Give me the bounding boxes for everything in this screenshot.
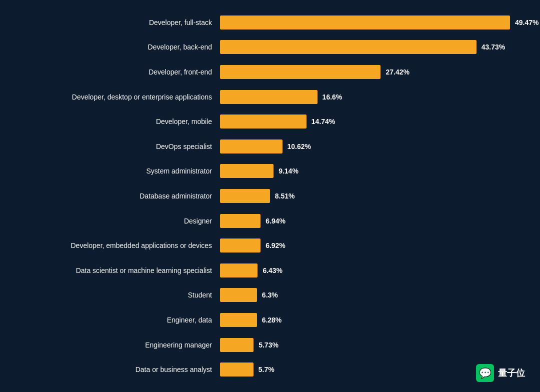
chart-row: Developer, embedded applications or devi… <box>10 235 520 256</box>
bar-area: 43.73% <box>220 40 520 54</box>
chart-row: Developer, mobile14.74% <box>10 111 520 132</box>
bar <box>220 214 260 228</box>
pct-label: 10.62% <box>288 142 311 150</box>
bar-area: 6.94% <box>220 214 520 228</box>
bar-area: 14.74% <box>220 114 520 128</box>
bar-label: Student <box>10 291 220 299</box>
chart-row: Developer, desktop or enterprise applica… <box>10 86 520 108</box>
bar-label: Developer, full-stack <box>10 18 220 26</box>
chart-row: DevOps specialist10.62% <box>10 136 520 157</box>
chart-row: Developer, front-end27.42% <box>10 62 520 82</box>
chart-row: Designer6.94% <box>10 210 520 232</box>
pct-label: 8.51% <box>275 192 295 200</box>
bar <box>220 65 380 79</box>
pct-label: 6.3% <box>262 291 278 299</box>
bar-label: Developer, front-end <box>10 68 220 76</box>
bar <box>220 16 510 30</box>
chart-row: Engineer, data6.28% <box>10 310 520 330</box>
chart-container: Developer, full-stack49.47%Developer, ba… <box>0 0 540 392</box>
chart-row: Data or business analyst5.7% <box>10 359 520 380</box>
watermark-text: 量子位 <box>498 367 525 379</box>
chart-row: Data scientist or machine learning speci… <box>10 260 520 281</box>
bar <box>220 264 258 278</box>
pct-label: 16.6% <box>322 93 342 101</box>
bar <box>220 189 270 203</box>
bar <box>220 238 260 252</box>
pct-label: 6.28% <box>262 316 282 324</box>
pct-label: 43.73% <box>482 43 505 51</box>
pct-label: 5.73% <box>258 341 278 349</box>
bar-area: 27.42% <box>220 65 520 79</box>
bar-label: Engineering manager <box>10 341 220 349</box>
chart-row: Developer, back-end43.73% <box>10 36 520 58</box>
pct-label: 9.14% <box>278 167 298 175</box>
bar-label: Data or business analyst <box>10 366 220 374</box>
bar-area: 16.6% <box>220 90 520 104</box>
watermark: 💬 量子位 <box>476 364 525 382</box>
bar <box>220 338 254 352</box>
pct-label: 5.7% <box>258 366 274 374</box>
bar-label: DevOps specialist <box>10 142 220 150</box>
bar-label: Developer, embedded applications or devi… <box>10 242 220 250</box>
bar-label: Database administrator <box>10 192 220 200</box>
bar-label: Engineer, data <box>10 316 220 324</box>
chart-row: Engineering manager5.73% <box>10 334 520 356</box>
bar <box>220 90 318 104</box>
bar <box>220 164 274 178</box>
chart-row: Student6.3% <box>10 284 520 306</box>
pct-label: 6.43% <box>262 266 282 274</box>
bar-label: Developer, desktop or enterprise applica… <box>10 93 220 101</box>
pct-label: 6.92% <box>266 242 286 250</box>
bar-label: Data scientist or machine learning speci… <box>10 266 220 274</box>
bar-label: Developer, mobile <box>10 118 220 126</box>
bar-area: 10.62% <box>220 140 520 154</box>
chart-row: System administrator9.14% <box>10 160 520 182</box>
chart-row: Developer, full-stack49.47% <box>10 12 520 33</box>
bar-label: Developer, back-end <box>10 43 220 51</box>
bar-label: System administrator <box>10 167 220 175</box>
bar <box>220 140 282 154</box>
bar-area: 6.92% <box>220 238 520 252</box>
bar-label: Designer <box>10 217 220 225</box>
bar-area: 5.7% <box>220 362 520 376</box>
chart-row: Database administrator8.51% <box>10 186 520 206</box>
bar <box>220 40 476 54</box>
bar-area: 5.73% <box>220 338 520 352</box>
bar-area: 6.28% <box>220 313 520 327</box>
bar <box>220 114 306 128</box>
pct-label: 14.74% <box>312 118 335 126</box>
wechat-icon: 💬 <box>476 364 494 382</box>
bar-area: 6.3% <box>220 288 520 302</box>
bar <box>220 362 254 376</box>
bar-area: 49.47% <box>220 16 538 30</box>
bar-area: 8.51% <box>220 189 520 203</box>
bar <box>220 288 257 302</box>
pct-label: 6.94% <box>266 217 286 225</box>
bar-area: 6.43% <box>220 264 520 278</box>
bar-area: 9.14% <box>220 164 520 178</box>
bar <box>220 313 257 327</box>
pct-label: 27.42% <box>386 68 409 76</box>
pct-label: 49.47% <box>515 18 538 26</box>
